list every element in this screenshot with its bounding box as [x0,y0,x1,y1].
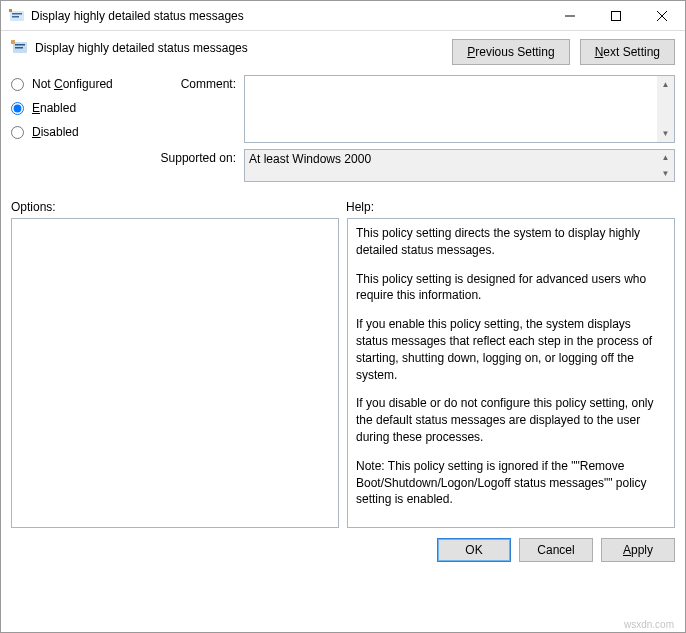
scroll-up-icon[interactable]: ▲ [657,150,674,166]
help-paragraph: Note: This policy setting is ignored if … [356,458,666,508]
watermark: wsxdn.com [624,619,674,630]
svg-rect-5 [612,11,621,20]
svg-rect-11 [11,40,15,44]
comment-label: Comment: [156,75,244,143]
svg-rect-9 [15,44,25,46]
enabled-radio[interactable] [11,102,24,115]
policy-name: Display highly detailed status messages [35,41,248,55]
options-label: Options: [11,200,346,214]
minimize-button[interactable] [547,1,593,31]
enabled-label[interactable]: Enabled [32,101,76,115]
next-setting-label: ext Setting [603,45,660,59]
help-panel: This policy setting directs the system t… [347,218,675,528]
ok-button[interactable]: OK [437,538,511,562]
scroll-down-icon[interactable]: ▼ [657,125,674,142]
supported-on-label: Supported on: [156,149,244,182]
disabled-radio[interactable] [11,126,24,139]
window-title: Display highly detailed status messages [31,9,547,23]
comment-scrollbar[interactable]: ▲ ▼ [657,76,674,142]
apply-button[interactable]: Apply [601,538,675,562]
policy-app-icon [9,8,25,24]
policy-icon [11,39,29,57]
close-button[interactable] [639,1,685,31]
previous-setting-button[interactable]: Previous Setting [452,39,569,65]
options-content [12,219,338,527]
options-panel [11,218,339,528]
help-paragraph: If you enable this policy setting, the s… [356,316,666,383]
help-content: This policy setting directs the system t… [348,219,674,527]
svg-rect-1 [12,13,22,15]
window-controls [547,1,685,31]
help-label: Help: [346,200,374,214]
supported-scrollbar[interactable]: ▲ ▼ [657,150,674,181]
cancel-button[interactable]: Cancel [519,538,593,562]
svg-rect-2 [12,16,19,18]
not-configured-label[interactable]: Not Configured [32,77,113,91]
next-setting-button[interactable]: Next Setting [580,39,675,65]
state-radiogroup: Not Configured Enabled Disabled [11,75,156,188]
help-paragraph: This policy setting is designed for adva… [356,271,666,305]
titlebar: Display highly detailed status messages [1,1,685,31]
previous-setting-label: revious Setting [475,45,554,59]
svg-rect-10 [15,47,23,49]
dialog-buttons: OK Cancel Apply [1,528,685,562]
scroll-up-icon[interactable]: ▲ [657,76,674,93]
not-configured-radio[interactable] [11,78,24,91]
disabled-label[interactable]: Disabled [32,125,79,139]
help-paragraph: This policy setting directs the system t… [356,225,666,259]
scroll-down-icon[interactable]: ▼ [657,166,674,182]
help-paragraph: If you disable or do not configure this … [356,395,666,445]
supported-on-value: At least Windows 2000 [245,150,657,181]
maximize-button[interactable] [593,1,639,31]
policy-header: Display highly detailed status messages … [11,39,675,65]
svg-rect-3 [9,9,12,12]
comment-textarea[interactable] [245,76,657,142]
